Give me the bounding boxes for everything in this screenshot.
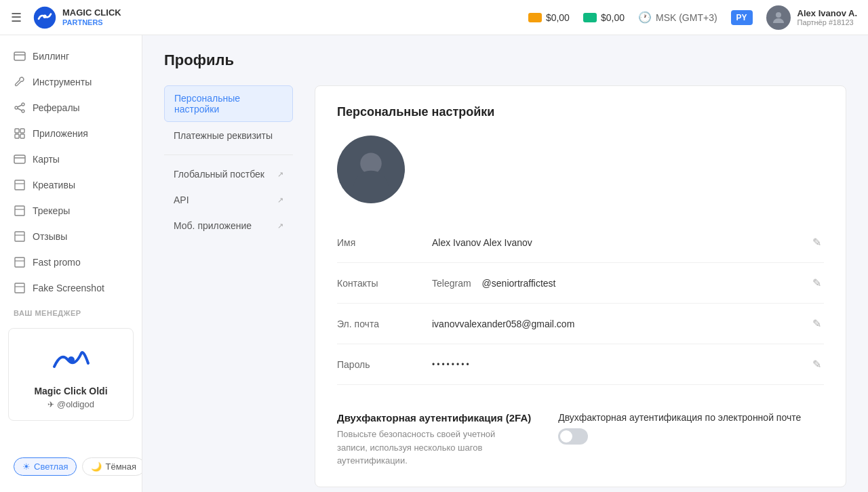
field-label-contacts: Контакты <box>337 278 432 289</box>
nav-item-global-postback[interactable]: Глобальный постбек ↗ <box>164 162 293 186</box>
svg-point-1 <box>43 14 46 18</box>
twofa-description: Повысьте безопасность своей учетной запи… <box>337 428 527 468</box>
manager-section-label: ВАШ МЕНЕДЖЕР <box>0 301 142 320</box>
logo-text: MAGIC CLICK PARTNERS <box>62 7 121 27</box>
sidebar: Биллинг Инструменты Рефералы Приложения … <box>0 35 142 492</box>
moon-icon: 🌙 <box>91 462 102 472</box>
twofa-right: Двухфакторная аутентификация по электрон… <box>558 412 801 445</box>
language-button[interactable]: PY <box>731 10 753 25</box>
theme-light-button[interactable]: ☀ Светлая <box>14 457 77 476</box>
field-value-contacts: @seniortraffictest <box>482 278 810 289</box>
field-sub-contacts: Telegram <box>432 278 471 289</box>
svg-rect-11 <box>20 129 24 133</box>
header-right: $0,00 $0,00 🕐 MSK (GMT+3) PY Alex Ivanov… <box>528 5 857 30</box>
external-link-icon: ↗ <box>277 170 283 179</box>
nav-item-mobile-app[interactable]: Моб. приложение ↗ <box>164 213 293 238</box>
sidebar-item-trackers[interactable]: Трекеры <box>0 198 142 224</box>
balance-orange: $0,00 <box>528 12 570 23</box>
twofa-left: Двухфакторная аутентификация (2FA) Повыс… <box>337 412 531 468</box>
svg-rect-24 <box>15 283 24 293</box>
svg-point-26 <box>68 356 75 363</box>
svg-rect-20 <box>15 232 24 241</box>
nav-item-personal[interactable]: Персональные настройки <box>164 85 293 122</box>
profile-nav: Персональные настройки Платежные реквизи… <box>164 85 293 487</box>
user-info: Alex Ivanov A. Партнёр #18123 <box>797 8 857 26</box>
sidebar-item-fake-screenshot[interactable]: Fake Screenshot <box>0 275 142 301</box>
svg-rect-18 <box>15 206 24 216</box>
fake-screenshot-icon <box>14 282 26 294</box>
svg-rect-22 <box>15 258 24 267</box>
profile-layout: Персональные настройки Платежные реквизи… <box>164 85 846 487</box>
profile-avatar <box>337 136 405 203</box>
svg-point-5 <box>22 103 24 106</box>
profile-content: Персональные настройки Имя Alex Ivanov A… <box>315 85 846 487</box>
wallet-orange-icon <box>528 13 542 22</box>
manager-name: Magic Click Oldi <box>20 386 122 396</box>
nav-divider <box>164 155 293 155</box>
balance-green: $0,00 <box>583 12 625 23</box>
sidebar-item-fast-promo[interactable]: Fast promo <box>0 249 142 275</box>
field-label-name: Имя <box>337 237 432 248</box>
reviews-icon <box>14 230 26 243</box>
sidebar-item-referrals[interactable]: Рефералы <box>0 95 142 121</box>
field-row-email: Эл. почта ivanovvalexander058@gmail.com … <box>337 304 824 344</box>
edit-name-button[interactable]: ✎ <box>810 233 824 251</box>
sun-icon: ☀ <box>22 462 31 472</box>
user-area: Alex Ivanov A. Партнёр #18123 <box>766 5 857 30</box>
logo-area: MAGIC CLICK PARTNERS <box>33 5 121 30</box>
fast-promo-icon <box>14 256 26 268</box>
svg-rect-3 <box>14 52 25 60</box>
edit-email-button[interactable]: ✎ <box>810 314 824 333</box>
field-value-email: ivanovvalexander058@gmail.com <box>432 319 810 329</box>
sidebar-item-billing[interactable]: Биллинг <box>0 43 142 69</box>
wallet-green-icon <box>583 13 597 22</box>
header: ☰ MAGIC CLICK PARTNERS $0,00 $0,00 🕐 MSK… <box>0 0 868 35</box>
svg-point-6 <box>15 106 18 109</box>
field-row-contacts: Контакты Telegram @seniortraffictest ✎ <box>337 263 824 304</box>
svg-rect-13 <box>20 134 24 138</box>
svg-rect-14 <box>14 155 25 163</box>
svg-point-2 <box>776 12 781 18</box>
sidebar-item-apps[interactable]: Приложения <box>0 121 142 146</box>
nav-item-payment[interactable]: Платежные реквизиты <box>164 123 293 148</box>
avatar <box>766 5 791 30</box>
svg-point-7 <box>22 110 24 112</box>
sidebar-item-reviews[interactable]: Отзывы <box>0 224 142 249</box>
manager-card: Magic Click Oldi ✈ @oldigod <box>8 328 134 421</box>
manager-handle: ✈ @oldigod <box>20 399 122 409</box>
field-label-email: Эл. почта <box>337 319 432 329</box>
sidebar-item-tools[interactable]: Инструменты <box>0 69 142 95</box>
sidebar-item-cards[interactable]: Карты <box>0 146 142 172</box>
twofa-toggle[interactable] <box>558 428 588 445</box>
svg-line-8 <box>18 105 22 107</box>
field-value-password: •••••••• <box>432 360 810 369</box>
layout: Биллинг Инструменты Рефералы Приложения … <box>0 35 868 492</box>
trackers-icon <box>14 205 26 217</box>
menu-icon[interactable]: ☰ <box>11 10 22 25</box>
apps-icon <box>14 127 26 140</box>
nav-item-api[interactable]: API ↗ <box>164 188 293 212</box>
edit-password-button[interactable]: ✎ <box>810 355 824 373</box>
sidebar-item-creatives[interactable]: Креативы <box>0 172 142 198</box>
svg-line-9 <box>18 108 22 110</box>
field-value-name: Alex Ivanov Alex Ivanov <box>432 237 810 248</box>
section-title: Персональные настройки <box>337 105 824 119</box>
field-row-password: Пароль •••••••• ✎ <box>337 344 824 385</box>
logo-icon <box>33 5 57 30</box>
manager-logo <box>51 340 92 380</box>
creatives-icon <box>14 179 26 191</box>
edit-contacts-button[interactable]: ✎ <box>810 274 824 292</box>
external-link-icon-3: ↗ <box>277 222 283 230</box>
cards-icon <box>14 153 26 165</box>
twofa-title: Двухфакторная аутентификация (2FA) <box>337 412 531 424</box>
field-row-name: Имя Alex Ivanov Alex Ivanov ✎ <box>337 222 824 263</box>
field-label-password: Пароль <box>337 359 432 370</box>
share-icon <box>14 102 26 114</box>
page-title: Профиль <box>164 52 846 69</box>
avatar-icon <box>770 9 787 26</box>
wrench-icon <box>14 76 26 88</box>
header-left: ☰ MAGIC CLICK PARTNERS <box>11 5 517 30</box>
twofa-section: Двухфакторная аутентификация (2FA) Повыс… <box>337 385 824 468</box>
theme-dark-button[interactable]: 🌙 Тёмная <box>82 457 142 476</box>
credit-card-icon <box>14 50 26 62</box>
